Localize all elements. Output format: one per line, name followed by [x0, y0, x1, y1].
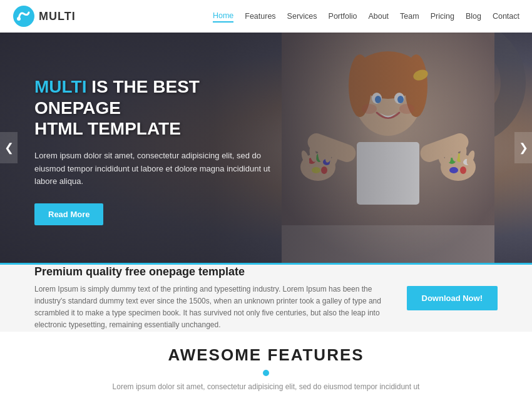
nav-portfolio[interactable]: Portfolio	[329, 11, 357, 22]
nav-contact[interactable]: Contact	[493, 11, 519, 22]
hero-title-highlight: MULTI	[34, 77, 86, 96]
arrow-left-icon: ❮	[4, 141, 14, 155]
features-description: Lorem ipsum dolor sit amet, consectetur …	[113, 382, 420, 391]
arrow-right-icon: ❯	[519, 141, 528, 155]
features-section: AWESOME FEATURES Lorem ipsum dolor sit a…	[0, 332, 532, 413]
header: MULTI Home Features Services Portfolio A…	[0, 0, 532, 33]
hero-section: MULTI IS THE BEST ONEPAGEHTML TEMPLATE L…	[0, 33, 532, 263]
nav-home[interactable]: Home	[213, 10, 233, 23]
nav-blog[interactable]: Blog	[466, 11, 481, 22]
nav-team[interactable]: Team	[400, 11, 419, 22]
nav-pricing[interactable]: Pricing	[431, 11, 454, 22]
slider-next-button[interactable]: ❯	[514, 132, 532, 163]
hero-title: MULTI IS THE BEST ONEPAGEHTML TEMPLATE	[34, 76, 272, 140]
nav-services[interactable]: Services	[287, 11, 317, 22]
features-divider-dot	[263, 370, 269, 376]
read-more-button[interactable]: Read More	[34, 203, 103, 225]
svg-point-1	[17, 17, 21, 21]
nav-about[interactable]: About	[368, 11, 389, 22]
promo-description: Lorem Ipsum is simply dummy text of the …	[34, 283, 382, 332]
nav-features[interactable]: Features	[245, 11, 275, 22]
promo-section: Premium quality free onepage template Lo…	[0, 263, 532, 332]
main-nav: Home Features Services Portfolio About T…	[213, 10, 519, 23]
promo-text-container: Premium quality free onepage template Lo…	[34, 265, 407, 332]
promo-title: Premium quality free onepage template	[34, 265, 382, 278]
logo[interactable]: MULTI	[13, 5, 76, 28]
hero-content: MULTI IS THE BEST ONEPAGEHTML TEMPLATE L…	[34, 76, 272, 225]
svg-point-0	[13, 6, 34, 27]
logo-icon	[13, 5, 35, 28]
slider-prev-button[interactable]: ❮	[0, 132, 18, 163]
hero-description: Lorem ipsum dolor sit amet, consectetur …	[34, 150, 272, 188]
features-title: AWESOME FEATURES	[168, 345, 364, 365]
download-button[interactable]: Download Now!	[407, 286, 498, 310]
logo-text: MULTI	[39, 10, 76, 23]
